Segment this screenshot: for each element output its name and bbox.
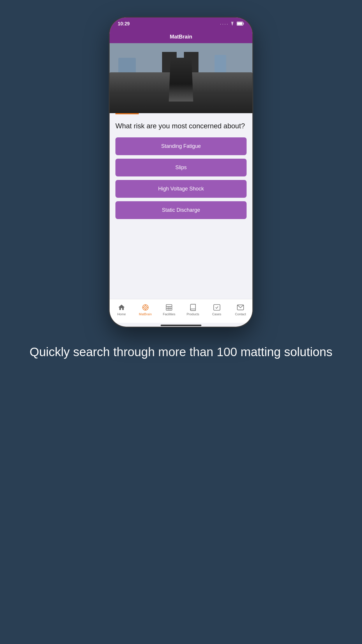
svg-point-23	[167, 100, 169, 103]
svg-rect-4	[110, 78, 252, 113]
phone-inner: 10:29 · · · ·	[110, 18, 252, 327]
svg-point-24	[175, 100, 178, 103]
svg-rect-31	[162, 52, 177, 85]
question-title: What risk are you most concerned about?	[115, 121, 247, 130]
svg-point-8	[140, 93, 143, 95]
svg-point-28	[210, 100, 213, 103]
status-icons: · · · ·	[220, 22, 244, 27]
svg-point-12	[175, 93, 178, 95]
svg-point-30	[228, 100, 230, 103]
svg-point-13	[184, 93, 187, 95]
app-title: MatBrain	[170, 34, 192, 40]
svg-point-9	[149, 93, 152, 95]
svg-point-10	[158, 93, 160, 95]
svg-point-21	[149, 100, 152, 103]
svg-point-22	[158, 100, 160, 103]
tab-facilities-label: Facilities	[163, 312, 175, 316]
battery-icon	[237, 22, 244, 27]
hero-image	[110, 43, 252, 113]
cases-icon	[213, 304, 221, 311]
svg-point-29	[219, 100, 222, 103]
svg-point-26	[193, 100, 195, 103]
tab-home-label: Home	[117, 312, 126, 316]
products-icon	[189, 304, 197, 311]
tab-products[interactable]: Products	[181, 304, 205, 316]
svg-rect-1	[243, 23, 244, 24]
tab-facilities[interactable]: Facilities	[157, 304, 181, 316]
svg-point-11	[167, 93, 169, 95]
svg-point-41	[145, 307, 146, 308]
svg-point-20	[140, 100, 143, 103]
svg-rect-3	[110, 43, 252, 113]
status-bar: 10:29 · · · ·	[110, 18, 252, 30]
tab-matbrain-label: MatBrain	[139, 312, 152, 316]
tab-cases[interactable]: Cases	[205, 304, 229, 316]
svg-point-19	[132, 100, 134, 103]
signal-dots-icon: · · · ·	[220, 22, 228, 26]
contact-icon	[237, 304, 244, 311]
main-content: What risk are you most concerned about? …	[110, 114, 252, 299]
phone-shell: 10:29 · · · ·	[110, 18, 252, 327]
svg-point-34	[165, 83, 182, 89]
facilities-icon	[165, 304, 173, 311]
svg-rect-51	[214, 304, 220, 310]
svg-rect-37	[215, 55, 226, 78]
svg-point-15	[202, 93, 204, 95]
home-icon	[118, 304, 125, 311]
wifi-icon	[230, 22, 235, 27]
svg-rect-2	[237, 22, 242, 25]
svg-point-36	[187, 83, 204, 89]
home-indicator	[161, 325, 201, 326]
svg-point-7	[132, 93, 134, 95]
tab-products-label: Products	[187, 312, 199, 316]
svg-point-25	[184, 100, 187, 103]
svg-rect-5	[118, 84, 244, 110]
app-header: MatBrain	[110, 30, 252, 43]
tab-contact-label: Contact	[235, 312, 246, 316]
status-time: 10:29	[118, 21, 130, 27]
tab-contact[interactable]: Contact	[229, 304, 252, 316]
svg-rect-46	[166, 304, 172, 310]
footer-tagline: Quickly search through more than 100 mat…	[12, 344, 350, 360]
option-static-discharge[interactable]: Static Discharge	[115, 201, 247, 219]
svg-rect-32	[184, 52, 198, 85]
matbrain-icon	[142, 304, 149, 311]
svg-point-27	[202, 100, 204, 103]
tab-bar: Home MatBrain	[110, 299, 252, 323]
option-slips[interactable]: Slips	[115, 159, 247, 176]
svg-rect-38	[118, 58, 136, 75]
svg-rect-6	[118, 84, 244, 86]
svg-point-14	[193, 93, 195, 95]
svg-point-17	[219, 93, 222, 95]
options-list: Standing Fatigue Slips High Voltage Shoc…	[115, 137, 247, 219]
option-high-voltage-shock[interactable]: High Voltage Shock	[115, 180, 247, 198]
svg-point-35	[181, 82, 202, 90]
svg-point-33	[159, 82, 180, 90]
tab-matbrain[interactable]: MatBrain	[133, 304, 157, 316]
tab-cases-label: Cases	[212, 312, 221, 316]
option-standing-fatigue[interactable]: Standing Fatigue	[115, 137, 247, 155]
tab-home[interactable]: Home	[110, 304, 133, 316]
svg-point-18	[228, 93, 230, 95]
svg-point-16	[210, 93, 213, 95]
